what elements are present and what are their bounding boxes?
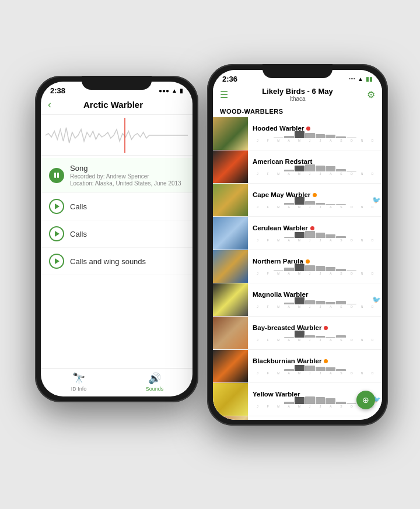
bar-chart-1: JFMAMJJASOND (253, 166, 377, 175)
front-subtitle: Ithaca (228, 96, 367, 102)
waveform-area[interactable] (41, 115, 192, 156)
calls2-label: Calls (70, 230, 184, 238)
phone-notch-front (262, 64, 332, 78)
status-icons-front: ···· ▲ ▮▮ (349, 76, 373, 82)
bird-silhouette-2: 🐦 (372, 196, 381, 204)
status-icons-back: ●●● ▲ ▮ (159, 87, 183, 94)
menu-icon[interactable]: ☰ (220, 89, 228, 100)
phone-front: 2:36 ···· ▲ ▮▮ ☰ Likely Birds - 6 May It… (207, 64, 388, 426)
play-triangle-2 (55, 231, 60, 237)
bird-item-6[interactable]: Bay-breasted WarblerJFMAMJJASOND (213, 317, 382, 350)
bird-item-9[interactable]: Chestnut-sided WarblerJFMAMJJASOND (213, 416, 382, 420)
bird-photo-0 (213, 117, 248, 150)
time-back: 2:38 (50, 86, 65, 95)
bird-item-1[interactable]: American RedstartJFMAMJJASOND (213, 150, 382, 184)
dots-icon: ···· (349, 76, 355, 82)
bird-photo-2 (213, 184, 248, 216)
battery-icon-front: ▮▮ (366, 76, 373, 82)
bird-info-1: American RedstartJFMAMJJASOND (248, 156, 382, 178)
play-btn-song[interactable] (49, 168, 64, 183)
location-button[interactable]: ⊕ (356, 391, 375, 409)
bar-chart-5: JFMAMJJASOND (253, 299, 377, 308)
bar-chart-7: JFMAMJJASOND (253, 366, 377, 375)
phone-back-screen: 2:38 ●●● ▲ ▮ ‹ Arctic Warbler (41, 82, 192, 396)
bird-info-5: Magnolia WarblerJFMAMJJASOND (248, 289, 382, 311)
phone-notch-back (82, 76, 152, 90)
pause-bar-1 (54, 173, 56, 178)
speaker-icon: 🔊 (148, 372, 161, 385)
bird-photo-7 (213, 350, 248, 382)
calls1-label: Calls (70, 202, 184, 211)
back-header: ‹ Arctic Warbler (41, 96, 192, 115)
sound-list: Song Recorded by: Andrew Spencer Locatio… (41, 156, 192, 368)
status-dot-7 (324, 359, 328, 363)
bird-photo-3 (213, 217, 248, 250)
sound-item-song[interactable]: Song Recorded by: Andrew Spencer Locatio… (41, 158, 192, 193)
status-dot-0 (306, 127, 310, 131)
back-tab-bar: 🔭 ID Info 🔊 Sounds (41, 368, 192, 396)
bird-item-0[interactable]: Hooded WarblerJFMAMJJASOND (213, 117, 382, 150)
filter-icon[interactable]: ⚙ (367, 89, 375, 100)
status-dot-3 (310, 226, 314, 230)
pause-icon (54, 173, 59, 178)
bar-chart-6: JFMAMJJASOND (253, 332, 377, 342)
bird-list: Hooded WarblerJFMAMJJASONDAmerican Redst… (213, 117, 382, 420)
front-header: ☰ Likely Birds - 6 May Ithaca ⚙ (213, 85, 382, 106)
tab-sounds[interactable]: 🔊 Sounds (117, 372, 192, 392)
front-title-block: Likely Birds - 6 May Ithaca (228, 87, 367, 102)
waveform-svg (46, 118, 188, 153)
bird-info-6: Bay-breasted WarblerJFMAMJJASOND (248, 322, 382, 344)
play-btn-calls2[interactable] (49, 226, 64, 241)
tab-idinfo[interactable]: 🔭 ID Info (41, 372, 117, 392)
bird-item-3[interactable]: Cerulean WarblerJFMAMJJASOND (213, 217, 382, 250)
battery-icon: ▮ (180, 87, 183, 94)
play-btn-calls1[interactable] (49, 199, 64, 214)
section-header: WOOD-WARBLERS (213, 106, 382, 117)
phone-back: 2:38 ●●● ▲ ▮ ‹ Arctic Warbler (35, 76, 198, 402)
back-title: Arctic Warbler (51, 100, 175, 110)
bird-photo-9 (213, 416, 248, 420)
status-dot-6 (324, 326, 328, 330)
song-sub2: Location: Alaska, United States, June 20… (70, 180, 181, 187)
playhead (124, 118, 125, 153)
bird-name-7: Blackburnian Warbler (253, 357, 321, 364)
bird-item-4[interactable]: Northern ParulaJFMAMJJASOND (213, 250, 382, 283)
bar-chart-0: JFMAMJJASOND (253, 133, 377, 142)
sound-item-calls1[interactable]: Calls (41, 193, 192, 220)
play-triangle-3 (55, 258, 60, 264)
bar-chart-4: JFMAMJJASOND (253, 266, 377, 275)
bird-name-3: Cerulean Warbler (253, 224, 308, 231)
status-dot-4 (306, 259, 310, 264)
tab-idinfo-label: ID Info (71, 386, 87, 392)
bird-info-3: Cerulean WarblerJFMAMJJASOND (248, 222, 382, 244)
sound-item-calls2[interactable]: Calls (41, 220, 192, 248)
bird-photo-5 (213, 283, 248, 316)
bird-info-2: Cape May WarblerJFMAMJJASOND (248, 189, 382, 211)
play-triangle-1 (55, 203, 60, 209)
song-sub1: Recorded by: Andrew Spencer (70, 173, 181, 180)
bird-item-5[interactable]: Magnolia WarblerJFMAMJJASOND🐦 (213, 283, 382, 317)
play-btn-wing[interactable] (49, 254, 64, 269)
sound-item-wing[interactable]: Calls and wing sounds (41, 248, 192, 275)
status-dot-2 (313, 193, 317, 197)
scene: 2:38 ●●● ▲ ▮ ‹ Arctic Warbler (0, 0, 420, 509)
bar-chart-3: JFMAMJJASOND (253, 233, 377, 242)
bird-info-4: Northern ParulaJFMAMJJASOND (248, 255, 382, 278)
time-front: 2:36 (222, 75, 237, 83)
bird-photo-1 (213, 150, 248, 183)
tab-sounds-label: Sounds (146, 386, 164, 392)
bird-item-7[interactable]: Blackburnian WarblerJFMAMJJASOND (213, 350, 382, 383)
wifi-icon: ▲ (172, 87, 177, 94)
binoculars-icon: 🔭 (72, 372, 85, 385)
sound-info-song: Song Recorded by: Andrew Spencer Locatio… (70, 164, 181, 187)
bird-item-2[interactable]: Cape May WarblerJFMAMJJASOND🐦 (213, 184, 382, 217)
signal-icon: ●●● (159, 87, 169, 94)
bird-name-8: Yellow Warbler (253, 391, 300, 398)
song-label: Song (70, 164, 181, 173)
wing-label: Calls and wing sounds (70, 257, 184, 266)
wifi-icon-front: ▲ (358, 76, 363, 82)
bird-silhouette-5: 🐦 (372, 296, 381, 304)
bird-photo-6 (213, 317, 248, 349)
bird-info-7: Blackburnian WarblerJFMAMJJASOND (248, 355, 382, 377)
phone-front-screen: 2:36 ···· ▲ ▮▮ ☰ Likely Birds - 6 May It… (213, 70, 382, 420)
